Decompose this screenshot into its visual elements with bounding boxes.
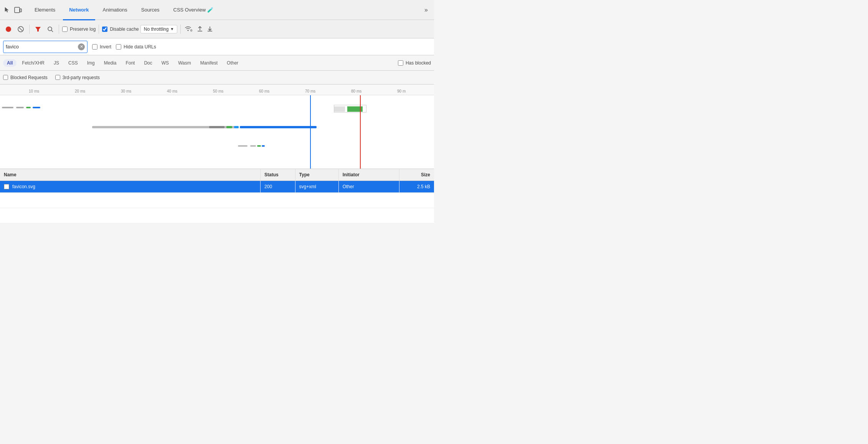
svg-rect-1 — [20, 9, 21, 12]
empty-row-1 — [0, 193, 434, 208]
tab-sources[interactable]: Sources — [135, 0, 166, 20]
has-blocked-label[interactable]: Has blocked — [398, 60, 431, 66]
clear-button[interactable] — [15, 24, 26, 35]
device-toggle-icon[interactable] — [14, 6, 22, 14]
empty-row-2 — [0, 208, 434, 224]
table-header-row: Name Status Type Initiator Size — [0, 169, 434, 181]
chevron-down-icon: ▼ — [170, 27, 174, 31]
type-btn-img[interactable]: Img — [83, 59, 99, 67]
tick-50ms: 50 ms — [213, 89, 223, 93]
col-status: Status — [261, 169, 295, 181]
wifi-settings-icon[interactable]: ⚙ — [184, 25, 192, 33]
svg-rect-0 — [15, 7, 20, 13]
upload-icon[interactable] — [197, 25, 203, 33]
blocked-row: Blocked Requests 3rd-party requests — [0, 71, 434, 84]
filter-row: ✕ Invert Hide data URLs — [0, 38, 434, 55]
vline-red — [360, 95, 361, 169]
divider-2 — [59, 25, 59, 34]
third-party-requests-label[interactable]: 3rd-party requests — [55, 75, 100, 80]
type-filter-bar: All Fetch/XHR JS CSS Img Media Font Doc … — [0, 55, 434, 71]
timeline-row-2 — [0, 126, 422, 131]
cell-size: 2.5 kB — [399, 181, 434, 193]
tick-90ms: 90 m — [397, 89, 406, 93]
vline-blue — [310, 95, 311, 169]
hide-data-urls-checkbox[interactable] — [116, 44, 121, 50]
search-button[interactable] — [45, 24, 56, 35]
type-btn-all[interactable]: All — [3, 59, 17, 67]
tick-80ms: 80 ms — [351, 89, 361, 93]
col-initiator: Initiator — [338, 169, 399, 181]
type-btn-ws[interactable]: WS — [158, 59, 173, 67]
type-btn-doc[interactable]: Doc — [140, 59, 156, 67]
network-table: Name Status Type Initiator Size favicon.… — [0, 169, 434, 224]
svg-point-6 — [48, 27, 52, 31]
more-tabs-button[interactable]: » — [421, 5, 431, 15]
timeline-ruler: 10 ms 20 ms 30 ms 40 ms 50 ms 60 ms 70 m… — [0, 84, 434, 95]
timeline-container: 10 ms 20 ms 30 ms 40 ms 50 ms 60 ms 70 m… — [0, 84, 434, 169]
divider-3 — [99, 25, 99, 34]
tab-network[interactable]: Network — [63, 0, 95, 20]
third-party-requests-checkbox[interactable] — [55, 75, 60, 80]
hide-data-urls-label[interactable]: Hide data URLs — [116, 44, 156, 50]
flask-icon: 🧪 — [207, 7, 213, 13]
has-blocked-checkbox[interactable] — [398, 60, 403, 66]
tick-40ms: 40 ms — [167, 89, 177, 93]
svg-marker-5 — [35, 27, 41, 31]
network-toolbar: Preserve log Disable cache No throttling… — [0, 20, 434, 38]
svg-text:⚙: ⚙ — [190, 29, 192, 32]
tab-bar: Elements Network Animations Sources CSS … — [0, 0, 434, 20]
record-button[interactable] — [3, 24, 14, 35]
timeline-bar-box — [334, 105, 366, 113]
preserve-log-checkbox[interactable] — [62, 27, 68, 32]
row-checkbox[interactable] — [4, 184, 9, 189]
svg-line-4 — [19, 28, 22, 31]
col-name: Name — [0, 169, 261, 181]
download-icon[interactable] — [207, 25, 213, 33]
disable-cache-checkbox[interactable] — [102, 27, 107, 32]
svg-line-7 — [51, 30, 53, 32]
svg-point-2 — [6, 27, 11, 32]
tick-10ms: 10 ms — [29, 89, 39, 93]
tick-30ms: 30 ms — [121, 89, 131, 93]
svg-point-8 — [188, 30, 189, 31]
type-btn-fetch-xhr[interactable]: Fetch/XHR — [18, 59, 48, 67]
tick-20ms: 20 ms — [75, 89, 85, 93]
invert-label[interactable]: Invert — [92, 44, 111, 50]
divider-1 — [29, 25, 30, 34]
cell-initiator: Other — [338, 181, 399, 193]
timeline-row-3 — [0, 145, 422, 150]
search-input[interactable] — [6, 44, 78, 50]
type-btn-js[interactable]: JS — [50, 59, 63, 67]
tick-60ms: 60 ms — [259, 89, 269, 93]
name-cell: favicon.svg — [4, 184, 256, 189]
divider-4 — [180, 25, 181, 34]
throttling-select[interactable]: No throttling ▼ — [140, 25, 178, 33]
tick-70ms: 70 ms — [305, 89, 315, 93]
tab-animations[interactable]: Animations — [97, 0, 134, 20]
blocked-requests-label[interactable]: Blocked Requests — [3, 75, 48, 80]
preserve-log-label[interactable]: Preserve log — [62, 27, 96, 32]
tab-elements[interactable]: Elements — [28, 0, 61, 20]
search-clear-button[interactable]: ✕ — [78, 43, 85, 50]
cell-status: 200 — [261, 181, 295, 193]
type-btn-wasm[interactable]: Wasm — [174, 59, 195, 67]
timeline-area — [0, 95, 434, 169]
col-type: Type — [295, 169, 338, 181]
type-btn-media[interactable]: Media — [100, 59, 120, 67]
type-btn-other[interactable]: Other — [223, 59, 242, 67]
cursor-icon[interactable] — [3, 6, 12, 14]
type-btn-css[interactable]: CSS — [64, 59, 82, 67]
filter-icon[interactable] — [33, 24, 43, 35]
type-btn-manifest[interactable]: Manifest — [196, 59, 221, 67]
tab-css-overview[interactable]: CSS Overview 🧪 — [167, 0, 220, 20]
col-size: Size — [399, 169, 434, 181]
blocked-requests-checkbox[interactable] — [3, 75, 8, 80]
search-box: ✕ — [3, 41, 87, 53]
disable-cache-label[interactable]: Disable cache — [102, 27, 139, 32]
type-btn-font[interactable]: Font — [122, 59, 139, 67]
invert-checkbox[interactable] — [92, 44, 97, 50]
cell-name: favicon.svg — [0, 181, 261, 193]
cell-type: svg+xml — [295, 181, 338, 193]
table-row[interactable]: favicon.svg 200 svg+xml Other 2.5 kB — [0, 181, 434, 193]
devtools-icons — [3, 6, 22, 14]
